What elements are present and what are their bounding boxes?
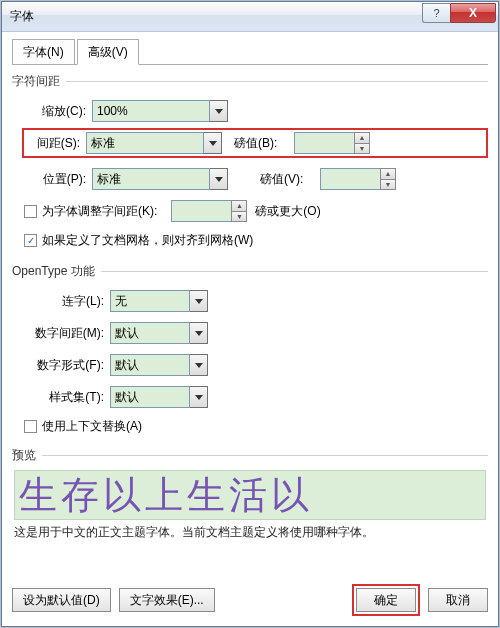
- chevron-down-icon[interactable]: [204, 132, 222, 154]
- chevron-down-icon[interactable]: [190, 322, 208, 344]
- group-preview: 预览 生存以上生活以 这是用于中文的正文主题字体。当前文档主题定义将使用哪种字体…: [12, 447, 488, 541]
- row-numform: 数字形式(F): 默认: [12, 354, 488, 376]
- combo-styleset-value[interactable]: 默认: [110, 386, 190, 408]
- titlebar[interactable]: 字体 ? X: [2, 2, 498, 32]
- close-button[interactable]: X: [450, 3, 496, 23]
- combo-scale-value[interactable]: 100%: [92, 100, 210, 122]
- combo-position-value[interactable]: 标准: [92, 168, 210, 190]
- checkbox-snap-grid[interactable]: ✓: [24, 234, 37, 247]
- ok-button[interactable]: 确定: [356, 588, 416, 612]
- label-scale: 缩放(C):: [24, 103, 92, 120]
- spinner-buttons[interactable]: ▲▼: [354, 132, 370, 154]
- spinner-spacing-pt[interactable]: ▲▼: [294, 132, 370, 154]
- label-spacing: 间距(S):: [26, 135, 86, 152]
- divider: [101, 271, 488, 272]
- spinner-kerning[interactable]: ▲▼: [171, 200, 247, 222]
- combo-numspacing-value[interactable]: 默认: [110, 322, 190, 344]
- label-kerning-suffix: 磅或更大(O): [255, 203, 320, 220]
- window-title: 字体: [10, 8, 422, 25]
- spin-down-icon[interactable]: ▼: [354, 143, 370, 155]
- combo-numform[interactable]: 默认: [110, 354, 208, 376]
- cancel-button[interactable]: 取消: [428, 588, 488, 612]
- spinner-position-value[interactable]: [320, 168, 380, 190]
- row-ligature: 连字(L): 无: [12, 290, 488, 312]
- spinner-spacing-value[interactable]: [294, 132, 354, 154]
- footer: 设为默认值(D) 文字效果(E)... 确定 取消: [12, 584, 488, 616]
- ok-button-highlight: 确定: [352, 584, 420, 616]
- text-effects-button[interactable]: 文字效果(E)...: [119, 588, 215, 612]
- row-styleset: 样式集(T): 默认: [12, 386, 488, 408]
- row-kerning: 为字体调整字间距(K): ▲▼ 磅或更大(O): [12, 200, 488, 222]
- chevron-down-icon[interactable]: [190, 386, 208, 408]
- legend-char-spacing-text: 字符间距: [12, 73, 60, 90]
- row-numspacing: 数字间距(M): 默认: [12, 322, 488, 344]
- spin-up-icon[interactable]: ▲: [380, 168, 396, 179]
- spin-down-icon[interactable]: ▼: [231, 211, 247, 223]
- combo-numform-value[interactable]: 默认: [110, 354, 190, 376]
- tab-font[interactable]: 字体(N): [12, 39, 75, 65]
- label-kerning: 为字体调整字间距(K):: [42, 203, 157, 220]
- chevron-down-icon[interactable]: [190, 354, 208, 376]
- checkbox-context[interactable]: [24, 420, 37, 433]
- label-numspacing: 数字间距(M):: [24, 325, 110, 342]
- label-ligature: 连字(L):: [24, 293, 110, 310]
- help-button[interactable]: ?: [422, 3, 450, 23]
- combo-ligature[interactable]: 无: [110, 290, 208, 312]
- tab-advanced-label: 高级(V): [88, 45, 128, 59]
- preview-desc: 这是用于中文的正文主题字体。当前文档主题定义将使用哪种字体。: [14, 524, 486, 541]
- row-snap-grid: ✓ 如果定义了文档网格，则对齐到网格(W): [12, 232, 488, 249]
- spin-up-icon[interactable]: ▲: [354, 132, 370, 143]
- chevron-down-icon[interactable]: [210, 100, 228, 122]
- label-spacing-pt: 磅值(B):: [234, 135, 294, 152]
- divider: [42, 455, 488, 456]
- combo-spacing-value[interactable]: 标准: [86, 132, 204, 154]
- tab-strip: 字体(N) 高级(V): [12, 38, 488, 65]
- tab-font-label: 字体(N): [23, 45, 64, 59]
- legend-char-spacing: 字符间距: [12, 73, 488, 90]
- spin-up-icon[interactable]: ▲: [231, 200, 247, 211]
- row-position: 位置(P): 标准 磅值(V): ▲▼: [12, 168, 488, 190]
- spinner-buttons[interactable]: ▲▼: [380, 168, 396, 190]
- chevron-down-icon[interactable]: [190, 290, 208, 312]
- spinner-position-pt[interactable]: ▲▼: [320, 168, 396, 190]
- combo-numspacing[interactable]: 默认: [110, 322, 208, 344]
- row-context: 使用上下文替换(A): [12, 418, 488, 435]
- spinner-kerning-value[interactable]: [171, 200, 231, 222]
- label-position-pt: 磅值(V):: [260, 171, 320, 188]
- window-buttons: ? X: [422, 3, 496, 23]
- spin-down-icon[interactable]: ▼: [380, 179, 396, 191]
- dialog-body: 字体(N) 高级(V) 字符间距 缩放(C): 100% 间距(S): 标准: [2, 32, 498, 626]
- group-opentype: OpenType 功能 连字(L): 无 数字间距(M): 默认 数字形式(F)…: [12, 263, 488, 435]
- checkbox-kerning[interactable]: [24, 205, 37, 218]
- combo-styleset[interactable]: 默认: [110, 386, 208, 408]
- divider: [66, 81, 488, 82]
- legend-preview-text: 预览: [12, 447, 36, 464]
- label-numform: 数字形式(F):: [24, 357, 110, 374]
- legend-preview: 预览: [12, 447, 488, 464]
- spinner-buttons[interactable]: ▲▼: [231, 200, 247, 222]
- label-position: 位置(P):: [24, 171, 92, 188]
- combo-spacing[interactable]: 标准: [86, 132, 222, 154]
- chevron-down-icon[interactable]: [210, 168, 228, 190]
- combo-scale[interactable]: 100%: [92, 100, 228, 122]
- group-char-spacing: 字符间距 缩放(C): 100% 间距(S): 标准 磅值(B):: [12, 73, 488, 249]
- combo-ligature-value[interactable]: 无: [110, 290, 190, 312]
- legend-opentype-text: OpenType 功能: [12, 263, 95, 280]
- combo-position[interactable]: 标准: [92, 168, 228, 190]
- label-context: 使用上下文替换(A): [42, 418, 142, 435]
- label-snap-grid: 如果定义了文档网格，则对齐到网格(W): [42, 232, 253, 249]
- legend-opentype: OpenType 功能: [12, 263, 488, 280]
- preview-sample: 生存以上生活以: [14, 470, 486, 520]
- set-default-button[interactable]: 设为默认值(D): [12, 588, 111, 612]
- font-dialog: 字体 ? X 字体(N) 高级(V) 字符间距 缩放(C): 100%: [1, 1, 499, 627]
- label-styleset: 样式集(T):: [24, 389, 110, 406]
- tab-advanced[interactable]: 高级(V): [77, 39, 139, 65]
- row-spacing-highlight: 间距(S): 标准 磅值(B): ▲▼: [22, 128, 488, 158]
- row-scale: 缩放(C): 100%: [12, 100, 488, 122]
